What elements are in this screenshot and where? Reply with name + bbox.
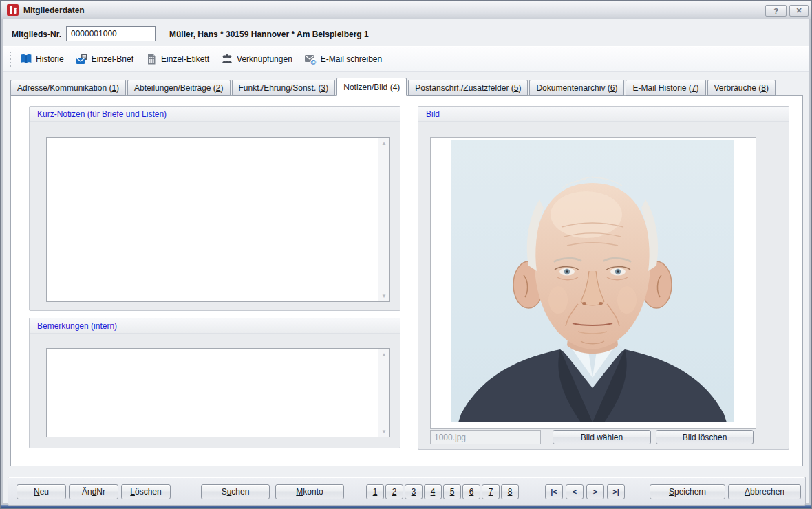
tab-verbraeuche[interactable]: Verbräuche (8)	[707, 80, 776, 96]
aendnr-button[interactable]: ÄndNr	[69, 484, 118, 499]
nav-next-button[interactable]: >	[586, 484, 604, 499]
toolbar: Historie Einzel-Brief Ei	[3, 46, 809, 72]
app-logo-icon	[7, 4, 19, 16]
bild-waehlen-button[interactable]: Bild wählen	[553, 430, 651, 444]
member-number-label: Mitglieds-Nr.	[12, 30, 61, 39]
nav-prev-button[interactable]: <	[566, 484, 584, 499]
tab-notizen-bild[interactable]: Notizen/Bild (4)	[336, 78, 407, 96]
tab-postanschrf-zusatzfelder[interactable]: Postanschrf./Zusatzfelder (5)	[408, 80, 528, 96]
label-icon	[145, 53, 158, 65]
page-1-button[interactable]: 1	[366, 484, 384, 499]
next-record-icon: >	[593, 488, 597, 496]
last-record-icon: >|	[612, 488, 619, 496]
prev-record-icon: <	[573, 488, 577, 496]
notes-textarea-frame: ▲ ▼	[46, 137, 390, 302]
loeschen-button[interactable]: Löschen	[121, 484, 171, 499]
scroll-down-icon[interactable]: ▼	[378, 290, 389, 301]
email-at-icon: @	[304, 53, 317, 65]
people-icon	[221, 53, 233, 65]
kurz-notizen-title: Kurz-Notizen (für Briefe und Listen)	[37, 109, 167, 119]
member-summary: Müller, Hans * 30159 Hannover * Am Beisp…	[169, 30, 369, 39]
toolbar-label: Einzel-Etikett	[161, 54, 209, 64]
tab-email-historie[interactable]: E-Mail Historie (7)	[626, 80, 705, 96]
toolbar-historie-button[interactable]: Historie	[17, 51, 67, 67]
toolbar-label: Historie	[36, 54, 64, 64]
page-2-button[interactable]: 2	[385, 484, 403, 499]
letter-icon	[76, 53, 88, 65]
toolbar-einzel-brief-button[interactable]: Einzel-Brief	[72, 51, 137, 67]
image-filename-input[interactable]	[430, 430, 541, 444]
toolbar-email-schreiben-button[interactable]: @ E-Mail schreiben	[301, 51, 385, 67]
page-5-button[interactable]: 5	[443, 484, 461, 499]
bemerkungen-title: Bemerkungen (intern)	[37, 321, 117, 331]
help-button[interactable]: ?	[765, 5, 787, 17]
group-header: Kurz-Notizen (für Briefe und Listen)	[30, 107, 400, 122]
page-6-button[interactable]: 6	[462, 484, 480, 499]
toolbar-verknuepfungen-button[interactable]: Verknüpfungen	[217, 51, 296, 67]
toolbar-grip[interactable]	[9, 52, 11, 67]
tab-content-panel: Kurz-Notizen (für Briefe und Listen) ▲ ▼…	[10, 95, 803, 466]
tab-adresse-kommunikation[interactable]: Adresse/Kommunikation (1)	[10, 80, 126, 96]
toolbar-einzel-etikett-button[interactable]: Einzel-Etikett	[142, 51, 213, 67]
book-icon	[20, 53, 32, 65]
bild-title: Bild	[426, 109, 440, 119]
group-header: Bemerkungen (intern)	[30, 318, 400, 334]
toolbar-label: Einzel-Brief	[92, 54, 133, 64]
page-8-button[interactable]: 8	[501, 484, 519, 499]
nav-first-button[interactable]: |<	[545, 484, 563, 499]
kurz-notizen-group: Kurz-Notizen (für Briefe und Listen) ▲ ▼	[29, 106, 400, 311]
photo-frame	[430, 137, 756, 429]
tab-dokumentenarchiv[interactable]: Dokumentenarchiv (6)	[529, 80, 624, 96]
abbrechen-button[interactable]: Abbrechen	[728, 484, 801, 499]
bild-loeschen-button[interactable]: Bild löschen	[656, 430, 754, 444]
notes-textarea[interactable]	[47, 138, 378, 301]
speichern-button[interactable]: Speichern	[650, 484, 725, 499]
page-3-button[interactable]: 3	[405, 484, 423, 499]
close-button[interactable]: ✕	[789, 5, 809, 17]
page-4-button[interactable]: 4	[424, 484, 442, 499]
bild-group: Bild	[418, 106, 789, 450]
window-title: Mitgliederdaten	[23, 6, 85, 15]
neu-button[interactable]: Neu	[17, 484, 66, 499]
remarks-textarea[interactable]	[47, 349, 378, 437]
member-number-input[interactable]	[66, 26, 156, 41]
toolbar-label: E-Mail schreiben	[321, 54, 382, 64]
page-7-button[interactable]: 7	[482, 484, 500, 499]
remarks-textarea-frame: ▲ ▼	[46, 348, 390, 437]
tab-abteilungen-beitraege[interactable]: Abteilungen/Beiträge (2)	[127, 80, 230, 96]
svg-text:@: @	[310, 58, 316, 65]
nav-last-button[interactable]: >|	[607, 484, 625, 499]
footer-bar: Neu ÄndNr Löschen Suchen Mkonto 1 2 3 4 …	[8, 477, 806, 506]
tab-funkt-ehrung-sonst[interactable]: Funkt./Ehrung/Sonst. (3)	[232, 80, 336, 96]
scroll-up-icon[interactable]: ▲	[378, 138, 389, 149]
group-header: Bild	[418, 107, 789, 122]
remarks-scrollbar[interactable]: ▲ ▼	[378, 349, 389, 437]
tab-bar: Adresse/Kommunikation (1) Abteilungen/Be…	[10, 78, 777, 96]
mkonto-button[interactable]: Mkonto	[275, 484, 344, 499]
bemerkungen-group: Bemerkungen (intern) ▲ ▼	[29, 318, 400, 448]
mitgliederdaten-window: Mitgliederdaten ? ✕ Mitglieds-Nr. Müller…	[0, 0, 812, 509]
scroll-down-icon[interactable]: ▼	[378, 426, 389, 437]
titlebar[interactable]: Mitgliederdaten ? ✕	[1, 1, 811, 19]
toolbar-label: Verknüpfungen	[237, 54, 292, 64]
notes-scrollbar[interactable]: ▲ ▼	[378, 138, 389, 301]
scroll-up-icon[interactable]: ▲	[378, 349, 389, 360]
suchen-button[interactable]: Suchen	[201, 484, 270, 499]
first-record-icon: |<	[551, 488, 557, 496]
member-photo	[451, 140, 734, 422]
